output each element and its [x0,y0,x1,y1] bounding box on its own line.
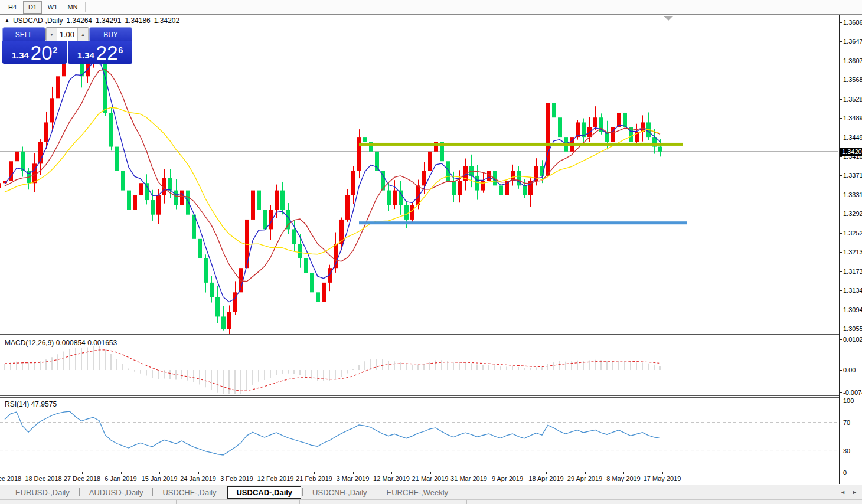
scroll-to-end-icon[interactable] [664,16,673,21]
chart-symbol-label: USDCAD-,Daily [13,17,63,25]
toolbar-separator [85,2,86,12]
scale-tick [840,175,842,176]
time-tick [5,472,5,474]
price-scale-label: 1.33710 [843,172,862,179]
volume-increase-button[interactable]: ▲ [77,28,89,41]
bar-high-value: 1.34291 [96,17,121,25]
buy-price-pips: 22 [96,44,118,62]
scale-tick [840,80,842,80]
buy-price[interactable]: 1.34 22 6 [68,41,132,64]
time-tick [198,472,199,474]
volume-stepper: ▼ 1.00 ▲ [45,27,89,41]
scale-tick [840,423,842,423]
time-axis-label: 27 Dec 2018 [64,475,100,482]
scale-tick [840,156,842,157]
price-scale[interactable]: 1.368601.364701.360701.356801.352801.348… [839,15,862,484]
price-scale-label: 1.36070 [843,57,862,64]
scale-tick [840,451,842,451]
rsi-pane[interactable] [0,398,839,472]
buy-price-handle: 1.34 [77,50,94,60]
tab-separator [302,488,303,496]
time-axis-label: 9 Dec 2018 [0,475,21,482]
tab-usdchf-daily[interactable]: USDCHF-,Daily [154,487,224,498]
scale-tick [840,99,842,100]
scale-tick [840,252,842,253]
tab-usdcnh-daily[interactable]: USDCNH-,Daily [304,487,375,498]
price-scale-label: 1.31730 [843,268,862,275]
volume-input[interactable]: 1.00 [57,28,77,41]
time-axis-label: 3 Feb 2019 [220,475,253,482]
sell-price[interactable]: 1.34 20 2 [2,41,67,64]
time-axis-label: 18 Dec 2018 [25,475,61,482]
tab-audusd-daily[interactable]: AUDUSD-,Daily [81,487,152,498]
tab-usdcad-daily[interactable]: USDCAD-,Daily [227,486,301,499]
tab-eurusd-daily[interactable]: EURUSD-,Daily [7,487,78,498]
rsi-chart[interactable] [0,398,839,472]
macd-pane[interactable] [0,336,839,395]
scale-tick [840,473,842,473]
time-axis-label: 12 Mar 2019 [373,475,410,482]
status-divider [466,500,467,504]
time-tick [508,472,508,474]
time-tick [314,472,315,474]
rsi-scale-label: 0 [843,469,847,476]
scale-tick [840,271,842,272]
timeframe-buttons: H4D1W1MN [0,1,83,14]
price-scale-label: 1.35280 [843,96,862,103]
time-tick [391,472,392,474]
rsi-scale-label: 100 [843,397,854,404]
tab-scroll-right-icon[interactable]: ► [852,489,857,495]
pane-separator[interactable] [0,334,862,335]
time-axis-label: 6 Jan 2019 [105,475,136,482]
time-tick [82,472,83,474]
macd-scale-label: 0.010229 [843,336,862,343]
rsi-scale-label: 30 [843,447,850,454]
macd-label: MACD(12,26,9) 0.000854 0.001653 [5,339,117,347]
time-tick [469,472,469,474]
price-scale-label: 1.34890 [843,114,862,122]
scale-tick [840,310,842,310]
price-scale-label: 1.32920 [843,210,862,217]
time-tick [237,472,237,474]
timeframe-button-w1[interactable]: W1 [43,1,62,14]
volume-decrease-button[interactable]: ▼ [46,28,57,41]
price-scale-label: 1.34490 [843,134,862,141]
scale-tick [840,401,842,401]
time-axis-label: 21 Mar 2019 [412,475,449,482]
bar-low-value: 1.34186 [125,17,150,25]
tab-separator [79,488,80,496]
timeframe-button-d1[interactable]: D1 [23,1,42,14]
bar-open-value: 1.34264 [67,17,92,25]
scale-tick [840,41,842,42]
status-divider [299,500,300,504]
scale-tick [840,118,842,119]
scale-tick [840,233,842,234]
scale-tick [840,195,842,195]
rsi-scale-label: 70 [843,419,850,426]
sell-price-pips: 20 [31,44,53,62]
tab-eurchf-weekly[interactable]: EURCHF-,Weekly [378,487,457,498]
time-tick [276,472,276,474]
timeframe-toolbar: H4D1W1MN [0,0,862,15]
timeframe-button-h4[interactable]: H4 [3,1,22,14]
tab-separator [226,488,226,496]
macd-chart[interactable] [0,336,839,395]
time-axis-label: 24 Jan 2019 [180,475,216,482]
time-axis-label: 12 Feb 2019 [257,475,294,482]
timeframe-button-mn[interactable]: MN [63,1,82,14]
pane-separator[interactable] [0,395,862,396]
time-tick [44,472,44,474]
time-axis-label: 18 Apr 2019 [528,475,563,482]
time-axis-label: 29 Apr 2019 [567,475,602,482]
tab-separator [377,488,377,496]
status-bar [0,499,862,504]
buy-price-point: 6 [119,45,123,55]
time-axis[interactable]: 9 Dec 201818 Dec 201827 Dec 20186 Jan 20… [0,472,839,484]
price-scale-label: 1.35680 [843,76,862,83]
time-tick [159,472,160,474]
buy-button[interactable]: BUY [89,27,132,42]
sell-button[interactable]: SELL [2,27,45,42]
collapse-chart-icon[interactable]: ▲ [5,18,9,23]
tab-scroll-left-icon[interactable]: ◄ [840,489,845,495]
scale-tick [840,290,842,291]
